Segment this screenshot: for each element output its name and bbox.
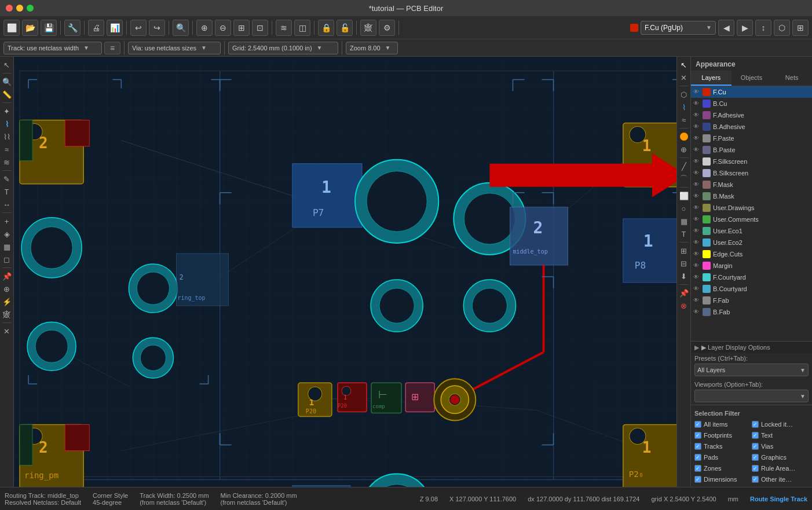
design-rule-tool[interactable]: ⚡ bbox=[1, 296, 13, 307]
selection-filter-item[interactable]: Footprints bbox=[694, 430, 751, 441]
rt-diff-tool[interactable]: ≈ bbox=[678, 114, 690, 126]
rt-pin-tool[interactable]: 📌 bbox=[678, 287, 690, 299]
layer-visibility-icon[interactable]: 👁 bbox=[693, 158, 700, 165]
selection-filter-item[interactable]: Tracks bbox=[694, 441, 751, 452]
rt-route-tool[interactable]: ⌇ bbox=[678, 101, 690, 113]
rt-net-tool[interactable]: ⬡ bbox=[678, 89, 690, 100]
select-tool[interactable]: ↖ bbox=[1, 59, 13, 71]
layer-visibility-icon[interactable]: 👁 bbox=[693, 285, 700, 292]
add-zone-tool[interactable]: ▦ bbox=[1, 241, 13, 252]
layer-item[interactable]: 👁 B.Silkscreen bbox=[691, 167, 812, 179]
maximize-button[interactable] bbox=[27, 5, 34, 12]
selection-filter-item[interactable]: Vias bbox=[752, 441, 809, 452]
plot-button[interactable]: 📊 bbox=[107, 20, 123, 36]
layer-visibility-icon[interactable]: 👁 bbox=[693, 228, 700, 234]
boardsetup-button[interactable]: ⚙ bbox=[379, 20, 395, 36]
layer-visibility-icon[interactable]: 👁 bbox=[693, 297, 700, 304]
selection-filter-item[interactable]: All items bbox=[694, 419, 751, 430]
selection-filter-item[interactable]: Zones bbox=[694, 463, 751, 474]
rt-close-tool[interactable]: ✕ bbox=[678, 72, 690, 83]
tune2-tool[interactable]: ≋ bbox=[1, 156, 13, 168]
layer-visibility-icon[interactable]: 👁 bbox=[693, 123, 700, 130]
rt-drc-tool[interactable]: ⊗ bbox=[678, 300, 690, 311]
sel-checkbox[interactable] bbox=[694, 432, 701, 439]
close-button[interactable] bbox=[6, 5, 13, 12]
zoom-area-button[interactable]: ⊡ bbox=[252, 20, 268, 36]
layer-visibility-icon[interactable]: 👁 bbox=[693, 170, 700, 177]
point-tool[interactable]: ✦ bbox=[1, 105, 13, 117]
zoom-in-button[interactable]: ⊕ bbox=[196, 20, 213, 36]
tab-nets[interactable]: Nets bbox=[771, 71, 812, 86]
presets-select[interactable]: All Layers ▼ bbox=[694, 364, 809, 376]
layer-visibility-icon[interactable]: 👁 bbox=[693, 135, 700, 142]
layer-item[interactable]: 👁 F.Cu bbox=[691, 86, 812, 98]
rt-connect-tool[interactable]: ⊞ bbox=[678, 245, 690, 256]
clearance-button[interactable]: ◫ bbox=[294, 20, 310, 36]
layer-visibility-icon[interactable]: 👁 bbox=[693, 146, 700, 153]
layer-item[interactable]: 👁 User.Eco1 bbox=[691, 225, 812, 237]
selection-filter-item[interactable]: Graphics bbox=[752, 452, 809, 463]
add-pad-tool[interactable]: ◈ bbox=[1, 228, 13, 240]
rt-fill-tool[interactable]: ▦ bbox=[678, 215, 690, 227]
redo-button[interactable]: ↪ bbox=[149, 20, 165, 36]
rt-line-tool[interactable]: ╱ bbox=[678, 160, 690, 172]
text-tool[interactable]: T bbox=[1, 186, 13, 197]
rt-table-tool[interactable]: ⊟ bbox=[678, 258, 690, 269]
find-button[interactable]: 🔍 bbox=[173, 20, 189, 36]
layer-prev-button[interactable]: ◀ bbox=[718, 20, 734, 36]
zoom-fit-button[interactable]: ⊞ bbox=[233, 20, 250, 36]
layer-item[interactable]: 👁 B.Cu bbox=[691, 98, 812, 109]
layer-item[interactable]: 👁 User.Comments bbox=[691, 214, 812, 225]
sel-checkbox[interactable] bbox=[752, 421, 759, 428]
sel-checkbox[interactable] bbox=[752, 443, 759, 450]
layer-item[interactable]: 👁 B.Courtyard bbox=[691, 283, 812, 295]
layer-visibility-icon[interactable]: 👁 bbox=[693, 112, 700, 119]
layer-item[interactable]: 👁 F.Paste bbox=[691, 133, 812, 144]
save-button[interactable]: 💾 bbox=[41, 20, 57, 36]
cancel-tool[interactable]: ✕ bbox=[1, 325, 13, 337]
track-width-select[interactable]: Track: use netclass width ▼ bbox=[3, 42, 102, 54]
layer-item[interactable]: 👁 B.Adhesive bbox=[691, 121, 812, 133]
rt-arc-tool[interactable]: ⌒ bbox=[678, 173, 690, 185]
selection-filter-item[interactable]: Dimensions bbox=[694, 474, 751, 485]
rt-inspect-tool[interactable]: ⊕ bbox=[678, 144, 690, 155]
layer-item[interactable]: 👁 F.Silkscreen bbox=[691, 156, 812, 167]
sel-checkbox[interactable] bbox=[694, 443, 701, 450]
minimize-button[interactable] bbox=[16, 5, 23, 12]
measure-tool[interactable]: 📏 bbox=[1, 89, 13, 100]
sel-checkbox[interactable] bbox=[694, 465, 701, 472]
manage-fp-button[interactable]: ⊞ bbox=[792, 20, 809, 36]
selection-filter-item[interactable]: Locked it… bbox=[752, 419, 809, 430]
track-width-icon[interactable]: ≡ bbox=[104, 42, 120, 54]
pin-tool[interactable]: 📌 bbox=[1, 270, 13, 282]
flip-board-button[interactable]: ↕ bbox=[755, 20, 771, 36]
zoom-out-button[interactable]: ⊖ bbox=[215, 20, 231, 36]
zoom-select[interactable]: Zoom 8.00 ▼ bbox=[346, 42, 398, 54]
layer-item[interactable]: 👁 B.Paste bbox=[691, 144, 812, 156]
sel-checkbox[interactable] bbox=[694, 476, 701, 483]
layer-visibility-icon[interactable]: 👁 bbox=[693, 274, 700, 281]
schematic-tool[interactable]: ⊕ bbox=[1, 283, 13, 295]
add-fp-tool[interactable]: + bbox=[1, 215, 13, 227]
sel-checkbox[interactable] bbox=[752, 476, 759, 483]
selection-filter-item[interactable]: Rule Area… bbox=[752, 463, 809, 474]
route-tool[interactable]: ⌇ bbox=[1, 118, 13, 130]
ratsnest-button[interactable]: ≋ bbox=[276, 20, 292, 36]
netinspector-button[interactable]: 🕸 bbox=[360, 20, 376, 36]
rt-grid-tool[interactable] bbox=[678, 131, 690, 142]
via-size-select[interactable]: Via: use netclass sizes ▼ bbox=[128, 42, 221, 54]
layer-visibility-icon[interactable]: 👁 bbox=[693, 309, 700, 315]
viewports-select[interactable]: ▼ bbox=[694, 390, 809, 402]
unlock-button[interactable]: 🔓 bbox=[336, 20, 353, 36]
layer-next-button[interactable]: ▶ bbox=[737, 20, 753, 36]
layer-item[interactable]: 👁 B.Fab bbox=[691, 306, 812, 318]
selection-filter-item[interactable]: Other ite… bbox=[752, 474, 809, 485]
layer-visibility-icon[interactable]: 👁 bbox=[693, 181, 700, 188]
sel-checkbox[interactable] bbox=[752, 454, 759, 461]
layer-visibility-icon[interactable]: 👁 bbox=[693, 204, 700, 211]
undo-button[interactable]: ↩ bbox=[130, 20, 147, 36]
rt-import-tool[interactable]: ⬇ bbox=[678, 270, 690, 282]
grid-select[interactable]: Grid: 2.5400 mm (0.1000 in) ▼ bbox=[228, 42, 338, 54]
draw-tool[interactable]: ✎ bbox=[1, 173, 13, 185]
layer-item[interactable]: 👁 F.Courtyard bbox=[691, 271, 812, 283]
